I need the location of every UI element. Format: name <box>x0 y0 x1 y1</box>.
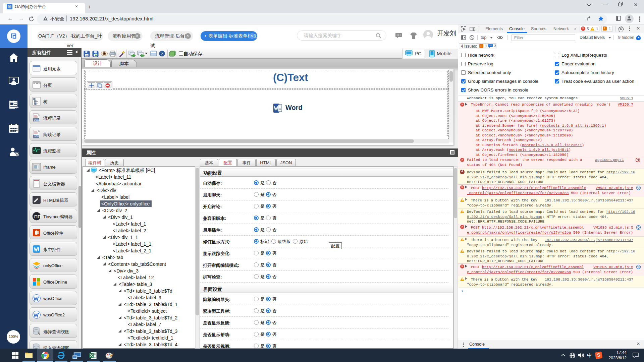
svg-text:LOG: LOG <box>34 135 39 137</box>
svg-text:⊓⊓: ⊓⊓ <box>34 214 41 219</box>
svg-text:LOG: LOG <box>34 119 39 121</box>
svg-text:?: ? <box>161 51 163 56</box>
